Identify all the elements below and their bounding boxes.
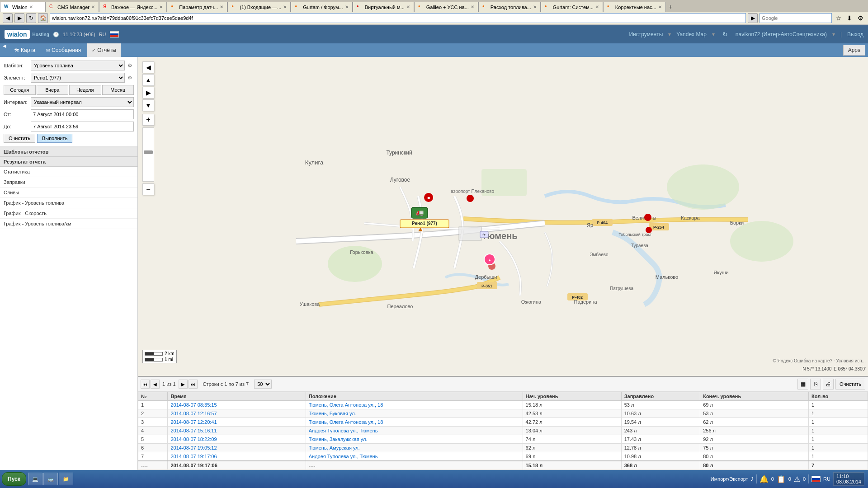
exit-link[interactable]: Выход	[847, 31, 863, 38]
tab-close-wialon[interactable]: ✕	[29, 5, 33, 9]
map-move-left[interactable]: ◀	[142, 61, 154, 73]
map-move-right[interactable]: ▶	[142, 87, 154, 99]
settings-icon[interactable]: ⚙	[855, 13, 865, 23]
tab-close-inbox[interactable]: ✕	[283, 5, 287, 9]
tab-gurtam-sys[interactable]: ● Gurtam: Систем... ✕	[541, 2, 603, 12]
tab-close-correct[interactable]: ✕	[658, 5, 662, 9]
refresh-app-icon[interactable]: ↻	[720, 29, 730, 39]
today-button[interactable]: Сегодня	[4, 85, 36, 95]
tab-close-param[interactable]: ✕	[220, 5, 223, 9]
table-clear-button[interactable]: Очистить	[835, 379, 865, 389]
start-button[interactable]: Пуск	[2, 472, 26, 486]
prev-page-button[interactable]: ◀	[151, 380, 160, 389]
last-page-button[interactable]: ⏭	[189, 380, 198, 389]
map-zoom-out[interactable]: −	[142, 183, 154, 195]
tab-close-galileo[interactable]: ✕	[471, 5, 474, 9]
tab-gurtam-forum[interactable]: ● Gurtam / Форум... ✕	[291, 2, 352, 12]
menu-chart-fuel[interactable]: График - Уровень топлива	[0, 198, 137, 208]
tools-link[interactable]: Инструменты	[629, 31, 663, 38]
new-tab-button[interactable]: +	[666, 2, 675, 11]
table-grid-icon[interactable]: ▦	[797, 379, 808, 389]
map-move-up[interactable]: ▲	[142, 74, 154, 86]
refresh-button[interactable]: ↻	[26, 13, 36, 23]
element-select[interactable]: Рено1 (977)	[31, 73, 125, 83]
forward-button[interactable]: ▶	[14, 13, 24, 23]
map-zoom-in[interactable]: +	[142, 114, 154, 126]
element-row: Элемент: Рено1 (977) ⚙	[4, 73, 134, 83]
first-page-button[interactable]: ⏮	[141, 380, 150, 389]
nav-back-arrow[interactable]: ◀	[3, 43, 6, 57]
week-button[interactable]: Неделя	[69, 85, 101, 95]
tab-close-yandex[interactable]: ✕	[159, 5, 163, 9]
menu-drains[interactable]: Сливы	[0, 188, 137, 198]
svg-text:Эмбаево: Эмбаево	[590, 252, 609, 257]
tab-label-inbox: (1) Входящие —...	[240, 5, 281, 10]
tab-close-cms[interactable]: ✕	[91, 5, 95, 9]
tab-param[interactable]: ● Параметр датч... ✕	[167, 2, 227, 12]
nav-messages[interactable]: ✉ Сообщения	[42, 43, 85, 57]
template-settings-icon[interactable]: ⚙	[126, 61, 134, 70]
home-button[interactable]: 🏠	[38, 13, 48, 23]
yandex-map-link[interactable]: Yandex Map	[676, 31, 707, 38]
element-settings-icon[interactable]: ⚙	[126, 74, 134, 82]
clear-form-button[interactable]: Очистить	[4, 134, 35, 143]
execute-button[interactable]: Выполнить	[37, 134, 72, 143]
month-button[interactable]: Месяц	[102, 85, 134, 95]
yesterday-button[interactable]: Вчера	[37, 85, 69, 95]
next-page-button[interactable]: ▶	[179, 380, 188, 389]
taskbar-item-1[interactable]: 💻	[28, 473, 42, 485]
menu-refills[interactable]: Заправки	[0, 177, 137, 188]
tab-correct[interactable]: ● Корректные нас... ✕	[603, 2, 666, 12]
tab-favicon-fuel: ●	[482, 4, 489, 10]
tab-close-virtual[interactable]: ✕	[406, 5, 410, 9]
to-input[interactable]	[31, 122, 134, 131]
interval-label: Интервал:	[4, 99, 31, 105]
tab-close-gurtam[interactable]: ✕	[345, 5, 349, 9]
nav-map[interactable]: 🗺 Карта	[10, 43, 40, 57]
menu-chart-speed[interactable]: График - Скорость	[0, 208, 137, 219]
tab-label-yandex: Важное — Яндекс...	[111, 5, 157, 10]
map-move-down[interactable]: ▼	[142, 99, 154, 111]
taskbar-item-2[interactable]: 🚌	[43, 473, 58, 485]
svg-text:✈: ✈	[482, 233, 486, 237]
tab-yandex[interactable]: Я Важное — Яндекс... ✕	[99, 2, 167, 12]
nav-reports[interactable]: ✓ Отчёты	[87, 43, 121, 57]
download-icon[interactable]: ⬇	[844, 13, 854, 23]
back-button[interactable]: ◀	[3, 13, 13, 23]
tab-close-sys[interactable]: ✕	[595, 5, 599, 9]
taskbar-item-3[interactable]: 📁	[59, 473, 73, 485]
menu-chart-fuel-km[interactable]: График - Уровень топлива/км	[0, 219, 137, 229]
from-input[interactable]	[31, 109, 134, 119]
rows-per-page-select[interactable]: 50	[254, 380, 272, 389]
tab-galileo[interactable]: ● Galileo + УСС на... ✕	[414, 2, 478, 12]
templates-header: Шаблоны отчетов	[0, 147, 137, 157]
cell-num: 4	[138, 427, 168, 435]
table-copy-icon[interactable]: ⎘	[810, 379, 821, 389]
cell-location: Тюмень, Олега Антонова ул., 18	[306, 418, 523, 427]
interval-select[interactable]: Указанный интервал	[31, 97, 134, 107]
go-button[interactable]: ▶	[748, 13, 758, 23]
table-row: 2 2014-08-07 12:16:57 Тюмень, Буковая ул…	[138, 409, 868, 418]
table-print-icon[interactable]: 🖨	[823, 379, 834, 389]
tab-wialon[interactable]: W Wialon ✕	[0, 2, 45, 12]
map-zoom-slider[interactable]	[142, 127, 154, 182]
search-input[interactable]	[760, 13, 832, 23]
menu-statistics[interactable]: Статистика	[0, 167, 137, 177]
results-header[interactable]: Результат отчета	[0, 157, 137, 167]
bookmark-icon[interactable]: ☆	[834, 13, 844, 23]
tab-cms[interactable]: C CMS Manager ✕	[45, 2, 99, 12]
apps-button[interactable]: Apps	[843, 45, 865, 56]
taskbar-import-icon[interactable]: ⤴	[751, 476, 754, 482]
template-select[interactable]: Уровень топлива	[31, 61, 125, 70]
taskbar-import-export[interactable]: Импорт/Экспорт	[711, 476, 748, 482]
tab-inbox[interactable]: ● (1) Входящие —... ✕	[227, 2, 291, 12]
tab-fuel[interactable]: ● Расход топлива... ✕	[478, 2, 541, 12]
map-area[interactable]: Р-404 Р-351 Р-254 Р-402 Тюмень Кулига Ту…	[138, 57, 868, 376]
user-link[interactable]: navikon72 (Интер-АвтоСпецтехника)	[736, 31, 827, 38]
address-input[interactable]	[50, 13, 746, 23]
cell-location: Тюмень, Олега Антонова ул., 18	[306, 401, 523, 409]
tab-virtual[interactable]: ● Виртуальный м... ✕	[353, 2, 414, 12]
cell-qty: 1	[809, 435, 868, 444]
taskbar-clock: 11:10 08.08.2014	[833, 472, 864, 486]
tab-close-fuel[interactable]: ✕	[533, 5, 537, 9]
